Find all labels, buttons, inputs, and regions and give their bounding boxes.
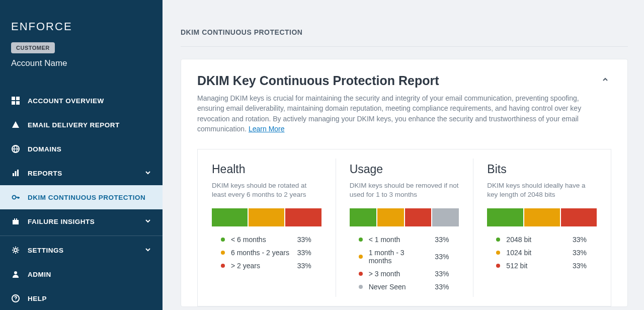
- bar-segment-green: [487, 208, 523, 226]
- sidebar-item-domains[interactable]: DOMAINS: [0, 137, 163, 161]
- svg-point-8: [13, 196, 16, 199]
- legend-value: 33%: [297, 236, 321, 244]
- key-icon: [11, 193, 20, 202]
- learn-more-link[interactable]: Learn More: [249, 125, 285, 133]
- health-legend: < 6 months 33% 6 months - 2 years 33% > …: [212, 236, 321, 270]
- legend-label: < 6 months: [231, 236, 291, 244]
- sidebar-nav: ACCOUNT OVERVIEW EMAIL DELIVERY REPORT D…: [0, 89, 163, 310]
- bar-segment-green: [212, 208, 248, 226]
- sidebar-item-label: ADMIN: [28, 271, 51, 278]
- sidebar-item-label: DKIM CONTINUOUS PROTECTION: [28, 194, 145, 201]
- dot-red-icon: [221, 264, 225, 268]
- sidebar-item-email-delivery-report[interactable]: EMAIL DELIVERY REPORT: [0, 113, 163, 137]
- customer-badge: CUSTOMER: [11, 42, 55, 53]
- legend-row: 6 months - 2 years 33%: [221, 249, 321, 257]
- legend-row: 1 month - 3 months 33%: [359, 249, 459, 265]
- sidebar-item-help[interactable]: HELP: [0, 286, 163, 310]
- sidebar-item-label: FAILURE INSIGHTS: [28, 218, 95, 225]
- warning-icon: [11, 120, 20, 129]
- brand-logo: ENFORCE: [11, 20, 151, 33]
- bar-segment-red: [405, 208, 432, 226]
- bits-legend: 2048 bit 33% 1024 bit 33% 512 bit 33%: [487, 236, 597, 270]
- legend-label: Never Seen: [369, 283, 429, 291]
- dot-green-icon: [496, 238, 500, 242]
- sidebar: ENFORCE CUSTOMER Account Name ACCOUNT OV…: [0, 0, 163, 310]
- dot-red-icon: [359, 272, 363, 276]
- dot-orange-icon: [221, 251, 225, 255]
- dot-green-icon: [221, 238, 225, 242]
- bar-segment-orange: [524, 208, 560, 226]
- page-title: DKIM CONTINUOUS PROTECTION: [181, 28, 628, 47]
- dot-orange-icon: [496, 251, 500, 255]
- dot-orange-icon: [359, 255, 363, 259]
- legend-value: 33%: [435, 283, 459, 291]
- panel-subtitle: DKIM keys should be removed if not used …: [350, 181, 459, 200]
- chevron-down-icon: [144, 217, 151, 226]
- legend-value: 33%: [435, 236, 459, 244]
- legend-value: 33%: [435, 270, 459, 278]
- bar-segment-red: [285, 208, 321, 226]
- card-header: DKIM Key Continuous Protection Report Ma…: [197, 73, 611, 134]
- bar-segment-grey: [432, 208, 459, 226]
- sidebar-item-label: EMAIL DELIVERY REPORT: [28, 121, 120, 129]
- legend-row: 2048 bit 33%: [496, 236, 597, 244]
- legend-value: 33%: [573, 249, 597, 257]
- usage-bar-chart: [350, 208, 459, 226]
- bar-segment-orange: [249, 208, 284, 226]
- panel-bits: Bits DKIM keys should ideally have a key…: [473, 149, 611, 306]
- bar-segment-orange: [377, 208, 404, 226]
- sidebar-item-label: ACCOUNT OVERVIEW: [28, 97, 104, 105]
- sidebar-item-label: SETTINGS: [28, 247, 64, 254]
- legend-row: 512 bit 33%: [496, 262, 597, 270]
- panel-title: Health: [212, 163, 321, 176]
- sidebar-item-account-overview[interactable]: ACCOUNT OVERVIEW: [0, 89, 163, 113]
- svg-rect-6: [15, 171, 17, 176]
- dot-green-icon: [359, 238, 363, 242]
- legend-row: 1024 bit 33%: [496, 249, 597, 257]
- bar-chart-icon: [11, 169, 20, 178]
- dot-grey-icon: [359, 285, 363, 289]
- bar-segment-green: [350, 208, 376, 226]
- sidebar-item-admin[interactable]: ADMIN: [0, 262, 163, 286]
- chevron-up-icon: [601, 75, 609, 84]
- sidebar-item-failure-insights[interactable]: FAILURE INSIGHTS: [0, 209, 163, 234]
- sidebar-item-reports[interactable]: REPORTS: [0, 161, 163, 185]
- legend-label: > 3 month: [369, 270, 429, 278]
- sidebar-item-label: REPORTS: [28, 170, 62, 177]
- legend-value: 33%: [573, 236, 597, 244]
- dot-red-icon: [496, 264, 500, 268]
- legend-label: 512 bit: [506, 262, 567, 270]
- legend-value: 33%: [297, 262, 321, 270]
- sidebar-item-dkim-continuous-protection[interactable]: DKIM CONTINUOUS PROTECTION: [0, 185, 163, 209]
- legend-label: < 1 month: [369, 236, 429, 244]
- legend-value: 33%: [573, 262, 597, 270]
- chevron-down-icon: [144, 169, 151, 178]
- svg-rect-5: [13, 173, 14, 176]
- svg-rect-7: [17, 170, 19, 176]
- metric-panels: Health DKIM keys should be rotated at le…: [197, 149, 611, 306]
- sidebar-header: ENFORCE CUSTOMER Account Name: [0, 0, 163, 76]
- dashboard-icon: [11, 96, 20, 105]
- svg-point-9: [14, 249, 17, 252]
- castle-icon: [11, 217, 20, 226]
- user-icon: [11, 270, 20, 279]
- bits-bar-chart: [487, 208, 597, 226]
- panel-subtitle: DKIM keys should ideally have a key leng…: [487, 181, 597, 200]
- collapse-button[interactable]: [599, 73, 611, 86]
- legend-label: 1024 bit: [506, 249, 567, 257]
- report-card: DKIM Key Continuous Protection Report Ma…: [181, 59, 628, 307]
- panel-health: Health DKIM keys should be rotated at le…: [198, 149, 336, 306]
- legend-row: Never Seen 33%: [359, 283, 459, 291]
- legend-label: > 2 years: [231, 262, 291, 270]
- card-header-text: DKIM Key Continuous Protection Report Ma…: [197, 73, 591, 134]
- svg-point-10: [14, 271, 17, 274]
- chevron-down-icon: [144, 246, 151, 255]
- card-description: Managing DKIM keys is crucial for mainta…: [197, 93, 591, 134]
- card-title: DKIM Key Continuous Protection Report: [197, 73, 591, 88]
- panel-title: Usage: [350, 163, 459, 176]
- legend-row: < 1 month 33%: [359, 236, 459, 244]
- sidebar-item-settings[interactable]: SETTINGS: [0, 238, 163, 262]
- panel-subtitle: DKIM keys should be rotated at least eve…: [212, 181, 321, 200]
- svg-rect-3: [16, 101, 20, 105]
- svg-rect-2: [12, 101, 15, 105]
